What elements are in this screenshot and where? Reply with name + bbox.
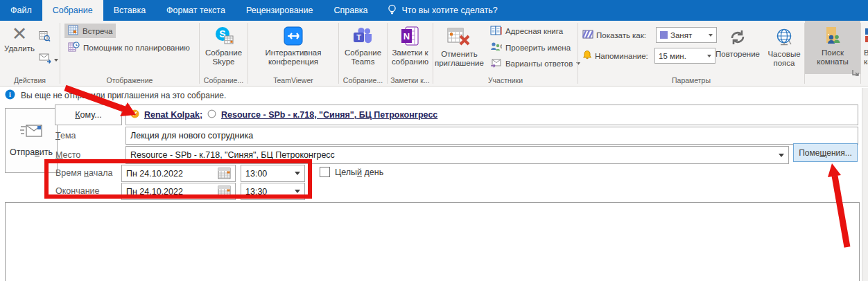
scheduling-assistant-label: Помощник по планированию bbox=[83, 44, 190, 52]
group-label-skype: Собрание... bbox=[200, 74, 248, 86]
end-time-select[interactable]: 13:30 bbox=[241, 183, 305, 200]
recipient-status-none-icon bbox=[207, 109, 216, 120]
svg-text:i: i bbox=[9, 91, 11, 98]
categorize-button[interactable]: Вы кате bbox=[861, 21, 868, 74]
cancel-invitation-button[interactable]: Отменить приглашение bbox=[433, 22, 485, 74]
teams-icon: T bbox=[352, 23, 374, 48]
show-as-label: Показать как: bbox=[596, 31, 653, 39]
group-teams-meeting: T Собрание Teams Собрание... bbox=[339, 21, 387, 86]
location-value: Resource - SPb - к.718, "Синяя", БЦ Петр… bbox=[130, 150, 335, 160]
end-date-input[interactable]: Пн 24.10.2022 bbox=[121, 183, 236, 200]
all-day-label: Целый день bbox=[335, 167, 383, 177]
delete-x-icon: ✕ bbox=[12, 24, 28, 44]
tab-insert[interactable]: Вставка bbox=[103, 0, 156, 21]
tab-review[interactable]: Рецензирование bbox=[236, 0, 324, 21]
response-options-label: Варианты ответов bbox=[505, 60, 573, 68]
info-icon: i bbox=[5, 89, 15, 102]
group-options: Показать как: Занят Напоминание: bbox=[578, 21, 804, 86]
cancel-invitation-label: Отменить приглашение bbox=[435, 50, 484, 68]
show-as-icon bbox=[582, 30, 593, 40]
scheduling-assistant-button[interactable]: Помощник по планированию bbox=[64, 40, 193, 55]
categorize-icon bbox=[864, 23, 868, 48]
rooms-button[interactable]: Помещения... bbox=[793, 143, 858, 162]
recipient-name[interactable]: Renat Kolpak; bbox=[144, 110, 202, 120]
categorize-label-line2: кате bbox=[864, 57, 868, 66]
teamviewer-icon bbox=[283, 23, 304, 48]
send-button[interactable]: Отправить bbox=[5, 108, 58, 173]
start-time-caret-icon[interactable] bbox=[295, 172, 300, 175]
check-names-label: Проверить имена bbox=[505, 44, 571, 52]
delete-button[interactable]: ✕ Удалить bbox=[4, 22, 35, 74]
room-finder-button[interactable]: Поиск комнаты bbox=[805, 21, 860, 74]
start-date-value: Пн 24.10.2022 bbox=[126, 169, 183, 179]
check-names-button[interactable]: @ Проверить имена bbox=[487, 40, 584, 55]
onenote-icon: N bbox=[400, 23, 421, 48]
start-time-value: 13:00 bbox=[245, 169, 267, 179]
group-label-attendees: Участники bbox=[433, 74, 578, 86]
location-combobox[interactable]: Resource - SPb - к.718, "Синяя", БЦ Петр… bbox=[125, 146, 789, 164]
tab-file[interactable]: Файл bbox=[0, 0, 42, 21]
scrollbar[interactable] bbox=[862, 88, 868, 281]
meeting-calendar-icon bbox=[68, 25, 79, 37]
dropdown-caret-icon bbox=[54, 59, 58, 62]
end-date-picker-icon[interactable] bbox=[218, 185, 231, 197]
subject-input[interactable]: Лекция для нового сотрудника bbox=[125, 127, 858, 145]
reminder-select[interactable]: 15 мин. bbox=[654, 48, 715, 64]
response-options-button[interactable]: Варианты ответов bbox=[487, 57, 584, 71]
address-book-button[interactable]: Адресная книга bbox=[487, 24, 584, 38]
recurrence-button[interactable]: Повторение bbox=[711, 22, 764, 74]
all-day-checkbox[interactable] bbox=[320, 167, 330, 177]
teams-meeting-button[interactable]: T Собрание Teams bbox=[339, 21, 387, 74]
start-date-picker-icon[interactable] bbox=[218, 167, 231, 179]
group-label-notes: Заметки к... bbox=[388, 74, 433, 86]
meeting-notes-button[interactable]: N Заметки к собранию bbox=[388, 21, 433, 74]
skype-meeting-label: Собрание Skype bbox=[201, 48, 246, 66]
ribbon: ✕ Удалить Д bbox=[0, 21, 868, 87]
calendar-search-icon bbox=[39, 30, 51, 45]
teams-meeting-label: Собрание Teams bbox=[340, 48, 385, 66]
skype-icon: S bbox=[214, 23, 234, 48]
to-button[interactable]: Кому... bbox=[55, 105, 122, 125]
end-time-label: Окончание bbox=[55, 186, 100, 196]
end-time-value: 13:30 bbox=[245, 187, 267, 197]
response-options-icon bbox=[490, 58, 502, 69]
message-body[interactable] bbox=[5, 202, 860, 281]
recipients-field[interactable]: Renat Kolpak; Resource - SPb - к.718, "С… bbox=[125, 105, 858, 125]
end-time-caret-icon[interactable] bbox=[295, 190, 300, 193]
group-label-actions: Действия bbox=[0, 74, 60, 86]
view-in-calendar-button[interactable] bbox=[39, 30, 58, 45]
tab-format-text[interactable]: Формат текста bbox=[156, 0, 236, 21]
dialog-launcher-icon[interactable] bbox=[851, 68, 860, 77]
group-label-display: Отображение bbox=[60, 74, 199, 86]
tell-me-search[interactable]: Что вы хотите сделать? bbox=[378, 0, 507, 21]
all-day-checkbox-row: Целый день bbox=[320, 167, 383, 177]
info-text: Вы еще не отправили приглашения на это с… bbox=[21, 91, 226, 100]
reminder-label: Напоминание: bbox=[595, 52, 652, 60]
group-categorize-cut: Вы кате bbox=[861, 21, 868, 86]
outlook-meeting-window: Файл Собрание Вставка Формат текста Реце… bbox=[0, 0, 868, 281]
appointment-view-button[interactable]: Встреча bbox=[64, 24, 116, 38]
svg-text:T: T bbox=[356, 33, 361, 41]
subject-label: Тема bbox=[55, 131, 76, 140]
svg-text:@: @ bbox=[500, 44, 502, 48]
info-bar: i Вы еще не отправили приглашения на это… bbox=[5, 89, 226, 102]
group-attendees: Отменить приглашение Адресная книга @ Пр… bbox=[433, 21, 578, 86]
recurrence-label: Повторение bbox=[715, 50, 760, 59]
start-date-input[interactable]: Пн 24.10.2022 bbox=[121, 165, 236, 182]
tab-meeting[interactable]: Собрание bbox=[42, 0, 103, 21]
teamviewer-conference-button[interactable]: Интерактивная конференция bbox=[248, 21, 338, 74]
check-names-icon: @ bbox=[490, 42, 502, 53]
annotation-arrow-rooms-head bbox=[828, 163, 841, 177]
start-time-select[interactable]: 13:00 bbox=[241, 165, 305, 182]
skype-meeting-button[interactable]: S Собрание Skype bbox=[200, 21, 248, 74]
time-zones-button[interactable]: Часовые пояса bbox=[764, 22, 804, 74]
recipient-name[interactable]: Resource - SPb - к.718, "Синяя", БЦ Петр… bbox=[221, 110, 437, 120]
reminder-value: 15 мин. bbox=[659, 52, 686, 60]
group-display: Встреча Помощник по планированию Отображ… bbox=[60, 21, 199, 86]
tab-help[interactable]: Справка bbox=[323, 0, 378, 21]
location-dropdown-caret-icon[interactable] bbox=[779, 154, 784, 157]
show-as-select[interactable]: Занят bbox=[656, 27, 717, 43]
group-skype-meeting: S Собрание Skype Собрание... bbox=[200, 21, 248, 86]
teamviewer-conference-label: Интерактивная конференция bbox=[250, 48, 337, 66]
forward-button[interactable] bbox=[39, 53, 58, 66]
